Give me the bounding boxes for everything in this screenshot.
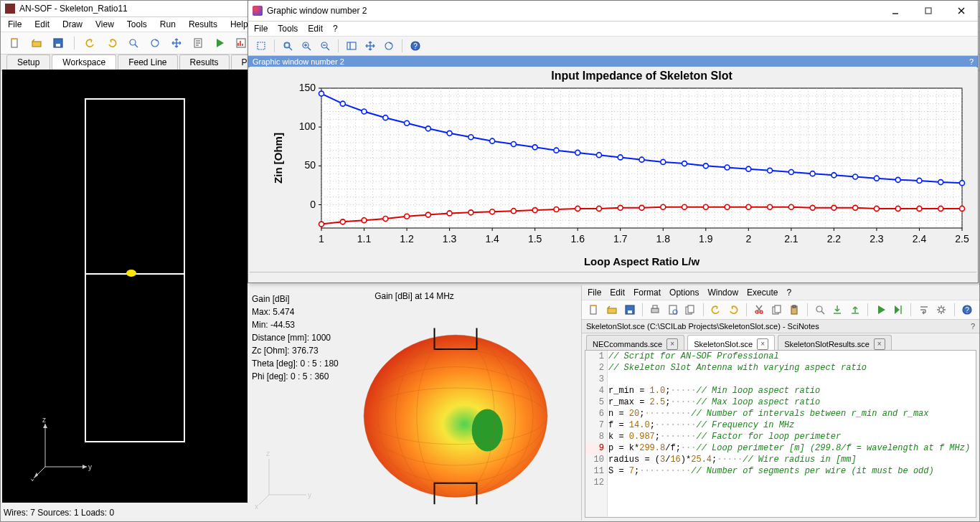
ansof-redo-button[interactable]: [103, 34, 121, 52]
sn-download-button[interactable]: [829, 301, 846, 318]
close-tab-icon[interactable]: ×: [757, 338, 768, 350]
menu-results[interactable]: Results: [189, 19, 217, 29]
chart-area[interactable]: 05010015011.11.21.31.41.51.61.71.81.922.…: [250, 67, 976, 271]
svg-text:Zin [Ohm]: Zin [Ohm]: [272, 133, 284, 184]
ansof-script-button[interactable]: [189, 34, 207, 52]
sn-cut-button[interactable]: [751, 301, 768, 318]
menu-draw[interactable]: Draw: [62, 19, 83, 29]
svg-point-299: [788, 204, 793, 209]
sn-prefs-button[interactable]: [933, 301, 950, 318]
svg-point-246: [319, 91, 324, 96]
graphic-window-banner: Graphic window number 2 ?: [248, 56, 978, 67]
ansof-rotate-button[interactable]: [146, 34, 164, 52]
svg-point-265: [725, 165, 730, 170]
sn-step-button[interactable]: [890, 301, 907, 318]
menu-view[interactable]: View: [95, 19, 114, 29]
sn-paste-button[interactable]: [786, 301, 803, 318]
code-area[interactable]: // Script for AN-SOF Professional// Skel…: [606, 351, 976, 517]
svg-point-332: [816, 306, 822, 312]
svg-text:1.1: 1.1: [357, 233, 372, 245]
svg-line-7: [91, 40, 92, 42]
sn-undo-button[interactable]: [708, 301, 725, 318]
gw-orbit-button[interactable]: [380, 37, 397, 54]
tab-feed-line[interactable]: Feed Line: [118, 54, 177, 70]
svg-point-302: [853, 205, 858, 210]
menu-file[interactable]: File: [588, 288, 601, 298]
menu-edit[interactable]: Edit: [610, 288, 625, 298]
graphic-window-titlebar[interactable]: Graphic window number 2: [248, 1, 978, 22]
gw-zoom-fit-button[interactable]: [279, 37, 296, 54]
gw-help-button[interactable]: ?: [407, 37, 424, 54]
close-tab-icon[interactable]: ×: [874, 338, 885, 350]
menu-options[interactable]: Options: [669, 288, 699, 298]
menu-window[interactable]: Window: [707, 288, 738, 298]
ansof-new-button[interactable]: [6, 34, 24, 52]
gw-pan-rect-button[interactable]: [343, 37, 360, 54]
tab-workspace[interactable]: Workspace: [52, 54, 116, 70]
gw-zoom-in-button[interactable]: [298, 37, 315, 54]
gw-zoom-out-button[interactable]: [316, 37, 334, 54]
menu-tools[interactable]: Tools: [127, 19, 147, 29]
svg-text:?: ?: [413, 42, 418, 50]
sn-copy-path-button[interactable]: [682, 301, 699, 318]
gw-select-rect-button[interactable]: [253, 37, 270, 54]
sn-redo-button[interactable]: [725, 301, 742, 318]
gain-info-line: Distance [mm]: 1000: [252, 331, 339, 344]
svg-point-258: [575, 150, 580, 155]
menu-format[interactable]: Format: [633, 288, 661, 298]
menu-help[interactable]: Help: [230, 19, 248, 29]
feed-source[interactable]: [126, 270, 136, 277]
gain-info-line: Theta [deg]: 0 : 5 : 180: [252, 357, 339, 370]
svg-point-271: [853, 174, 858, 179]
sn-copy-button[interactable]: [768, 301, 785, 318]
sn-open-button[interactable]: [604, 301, 621, 318]
help-icon[interactable]: ?: [971, 322, 975, 331]
tab-results[interactable]: Results: [179, 54, 230, 70]
svg-point-284: [468, 210, 473, 215]
sn-help-button[interactable]: ?: [959, 301, 976, 318]
svg-line-333: [821, 311, 824, 314]
tab-setup[interactable]: Setup: [6, 54, 50, 70]
tab-label: NECcommands.sce: [593, 340, 662, 348]
menu-file[interactable]: File: [254, 24, 268, 34]
ansof-run-button[interactable]: [211, 34, 228, 52]
workspace-canvas[interactable]: z y x: [2, 70, 248, 503]
sn-print-button[interactable]: [647, 301, 664, 318]
svg-point-275: [938, 180, 943, 185]
svg-point-64: [472, 409, 503, 452]
ansof-zoom-button[interactable]: [125, 34, 142, 52]
gain-3d-plot[interactable]: [341, 307, 570, 511]
maximize-button[interactable]: [912, 1, 945, 21]
sn-wrap-button[interactable]: [915, 301, 932, 318]
sn-print-preview-button[interactable]: [664, 301, 681, 318]
sn-new-button[interactable]: [586, 301, 603, 318]
gw-pan-arrows-button[interactable]: [362, 37, 379, 54]
svg-text:100: 100: [299, 120, 316, 132]
svg-text:y: y: [308, 491, 311, 499]
minimize-button[interactable]: [879, 1, 912, 21]
close-button[interactable]: [945, 1, 978, 21]
ansof-undo-button[interactable]: [82, 34, 99, 52]
menu-help[interactable]: ?: [333, 24, 338, 34]
svg-text:1.8: 1.8: [656, 233, 671, 245]
sn-find-button[interactable]: [811, 301, 828, 318]
ansof-open-button[interactable]: [28, 34, 45, 52]
sn-run-button[interactable]: [872, 301, 889, 318]
menu-help[interactable]: ?: [786, 288, 791, 298]
sn-save-button[interactable]: [621, 301, 638, 318]
toolbar-separator: [703, 303, 704, 316]
menu-run[interactable]: Run: [160, 19, 176, 29]
menu-execute[interactable]: Execute: [747, 288, 778, 298]
ansof-app-icon: [5, 4, 15, 14]
sn-upload-button[interactable]: [847, 301, 864, 318]
menu-edit[interactable]: Edit: [308, 24, 323, 34]
help-icon[interactable]: ?: [969, 57, 974, 66]
menu-file[interactable]: File: [8, 19, 22, 29]
close-tab-icon[interactable]: ×: [666, 338, 678, 350]
menu-tools[interactable]: Tools: [278, 24, 298, 34]
svg-text:z: z: [42, 417, 46, 424]
menu-edit[interactable]: Edit: [34, 19, 50, 29]
scinotes-editor[interactable]: 123456789101112 // Script for AN-SOF Pro…: [585, 350, 976, 518]
ansof-pan-button[interactable]: [168, 34, 185, 52]
ansof-save-button[interactable]: [50, 34, 67, 52]
